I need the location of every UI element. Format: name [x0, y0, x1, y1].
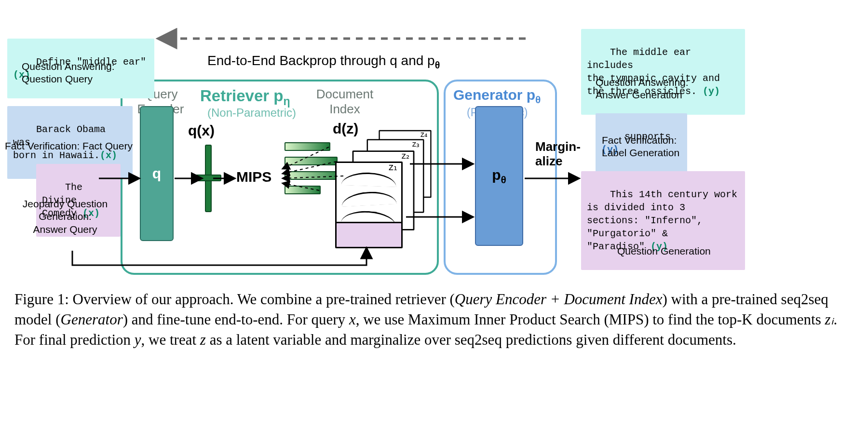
qx-label: q(x) [188, 122, 215, 139]
z2-label: z₂ [402, 150, 410, 161]
qvec-horizontal [195, 175, 221, 181]
figure-number: Figure 1: [14, 291, 69, 308]
input-label-fact: Fact Verification: Fact Query [5, 140, 133, 152]
generator-block: pθ [475, 106, 523, 246]
marginalize-label: Margin- alize [535, 140, 581, 169]
generator-title: Generator pθ [453, 87, 541, 106]
score-bar-3 [285, 157, 338, 165]
doc-index-title: Document Index [311, 87, 379, 117]
z1-label: z₁ [389, 161, 397, 173]
z3-label: z₃ [412, 139, 420, 148]
backprop-sub: θ [435, 60, 440, 70]
query-encoder-symbol: q [152, 165, 161, 182]
output-label-qa: Question Answering: Answer Generation [596, 76, 689, 102]
output-label-jeopardy: Question Generation [617, 245, 711, 257]
mips-label: MIPS [236, 169, 271, 185]
input-label-qa: Question Answering: Question Query [22, 60, 115, 86]
input-label-jeopardy: Jeopardy Question Generation: Answer Que… [19, 198, 111, 236]
backprop-label: End-to-End Backprop through q and pθ [207, 53, 440, 71]
doc-z1: z₁ [335, 162, 403, 248]
architecture-diagram: End-to-End Backprop through q and pθ Que… [14, 24, 757, 275]
score-bar-4 [285, 142, 330, 151]
generator-symbol: pθ [492, 167, 506, 186]
z4-label: z₄ [420, 130, 427, 139]
dz-label: d(z) [333, 121, 358, 137]
query-encoder-block: q [140, 106, 174, 241]
output-box-qa: The middle ear includes the tympanic cav… [581, 29, 745, 115]
figure-caption: Figure 1: Overview of our approach. We c… [14, 289, 839, 350]
retriever-title: Retriever pη [200, 87, 290, 108]
score-bar-1 [285, 186, 321, 194]
output-label-fact: Fact Verification: Label Generation [602, 134, 679, 160]
backprop-text: End-to-End Backprop through q and p [207, 53, 435, 68]
retriever-subtitle: (Non-Parametric) [207, 106, 296, 120]
